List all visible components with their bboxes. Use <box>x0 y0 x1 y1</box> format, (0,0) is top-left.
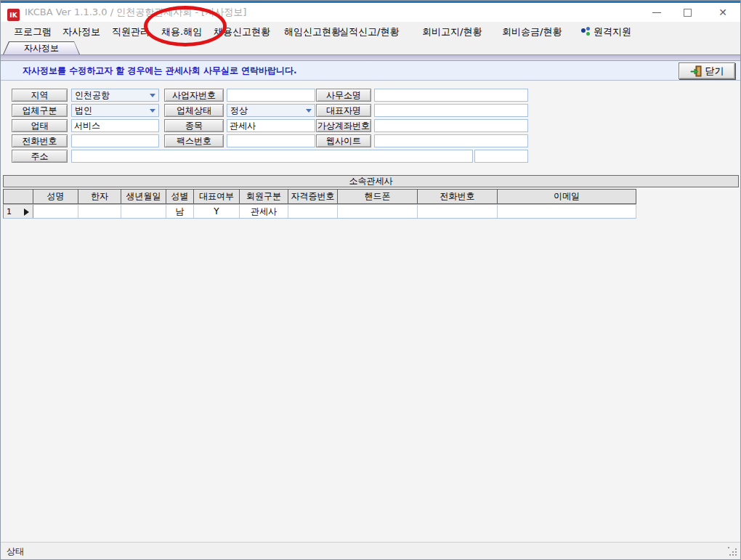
cell-phone[interactable] <box>418 205 498 218</box>
region-select[interactable]: 인천공항 <box>71 89 159 102</box>
cell-name[interactable] <box>33 205 78 218</box>
label-business-item: 종목 <box>164 119 224 132</box>
company-status-value: 정상 <box>230 105 248 115</box>
cell-mobile[interactable] <box>338 205 418 218</box>
menu-fee-remit[interactable]: 회비송금/현황 <box>502 22 562 41</box>
col-header-license-no: 자격증번호 <box>288 190 338 203</box>
col-header-hanja: 한자 <box>78 190 121 203</box>
close-icon: ✕ <box>718 7 727 17</box>
website-input[interactable] <box>374 134 528 147</box>
col-header-gender: 성별 <box>166 190 194 203</box>
cell-gender[interactable]: 남 <box>166 205 194 218</box>
menu-program[interactable]: 프로그램 <box>14 22 52 41</box>
minimize-icon <box>652 12 661 13</box>
business-category-input[interactable] <box>71 119 159 132</box>
notice-bar: 자사정보를 수정하고자 할 경우에는 관세사회 사무실로 연락바랍니다. 닫기 <box>1 60 740 81</box>
row-number: 1 <box>7 207 12 216</box>
tab-company-info-label: 자사정보 <box>4 42 79 54</box>
row-number-header <box>4 190 33 203</box>
table-header-row: 성명 한자 생년월일 성별 대표여부 회원구분 자격증번호 핸드폰 전화번호 이… <box>3 189 636 204</box>
menu-dismiss-report[interactable]: 해임신고현황 <box>284 22 341 41</box>
ceo-name-input[interactable] <box>374 104 528 117</box>
close-panel-label: 닫기 <box>705 65 724 78</box>
label-office-name: 사무소명 <box>316 89 371 102</box>
menu-remote-support[interactable]: 원격지원 <box>580 22 631 41</box>
region-value: 인천공항 <box>75 90 110 100</box>
phone-input[interactable] <box>71 134 159 147</box>
col-header-member-type: 회원구분 <box>240 190 288 203</box>
virtual-account-input[interactable] <box>374 119 528 132</box>
label-business-category: 업태 <box>12 119 68 132</box>
col-header-phone: 전화번호 <box>418 190 498 203</box>
label-company-status: 업체상태 <box>164 104 224 117</box>
row-pointer-icon <box>24 208 29 216</box>
label-fax: 팩스번호 <box>164 134 224 147</box>
status-text: 상태 <box>7 543 24 560</box>
menu-staff-management[interactable]: 직원관리 <box>112 22 150 41</box>
label-company-type: 업체구분 <box>12 104 68 117</box>
menu-hire-report[interactable]: 채용신고현황 <box>214 22 270 41</box>
label-address: 주소 <box>12 150 68 163</box>
col-header-is-ceo: 대표여부 <box>194 190 240 203</box>
fax-input[interactable] <box>227 134 315 147</box>
cell-email[interactable] <box>498 205 636 218</box>
col-header-mobile: 핸드폰 <box>338 190 418 203</box>
remote-support-icon <box>580 27 591 36</box>
menu-remote-support-label: 원격지원 <box>594 26 631 37</box>
cell-is-ceo[interactable]: Y <box>194 205 240 218</box>
status-bar: 상태 <box>1 542 740 559</box>
company-status-select[interactable]: 정상 <box>227 104 315 117</box>
minimize-button[interactable] <box>641 3 672 22</box>
company-type-select[interactable]: 법인 <box>71 104 159 117</box>
app-logo-icon: IK <box>7 9 20 21</box>
label-ceo-name: 대표자명 <box>316 104 371 117</box>
menu-fee-notice[interactable]: 회비고지/현황 <box>422 22 482 41</box>
section-header-members: 소속관세사 <box>3 175 739 187</box>
col-header-name: 성명 <box>33 190 78 203</box>
table-row: 1 남 Y 관세사 <box>3 204 636 219</box>
cell-birthdate[interactable] <box>121 205 166 218</box>
col-header-birthdate: 생년월일 <box>121 190 166 203</box>
menu-performance[interactable]: 실적신고/현황 <box>339 22 399 41</box>
close-window-button[interactable]: ✕ <box>708 3 738 22</box>
chevron-down-icon <box>150 94 155 97</box>
tab-strip-bar <box>1 54 740 60</box>
cell-member-type[interactable]: 관세사 <box>240 205 288 218</box>
address-input[interactable] <box>71 150 473 163</box>
cell-license-no[interactable] <box>288 205 338 218</box>
label-region: 지역 <box>12 89 68 102</box>
label-phone: 전화번호 <box>12 134 68 147</box>
menu-bar: 프로그램 자사정보 직원관리 채용.해임 채용신고현황 해임신고현황 실적신고/… <box>1 22 740 41</box>
menu-company-info[interactable]: 자사정보 <box>62 22 100 41</box>
business-item-input[interactable] <box>227 119 315 132</box>
row-header-cell[interactable]: 1 <box>4 205 33 218</box>
close-panel-button[interactable]: 닫기 <box>679 62 735 79</box>
tab-strip: 자사정보 <box>1 41 740 54</box>
label-virtual-account: 가상계좌번호 <box>316 119 371 132</box>
label-business-number: 사업자번호 <box>164 89 224 102</box>
office-name-input[interactable] <box>374 89 528 102</box>
menu-hire-dismiss[interactable]: 채용.해임 <box>161 22 202 41</box>
titlebar[interactable]: IK IKCBA Ver 1.1.3.0 / 인천공항관세사회 - [자사정보]… <box>1 3 740 22</box>
address-extra-input[interactable] <box>474 150 528 163</box>
resize-grip[interactable] <box>728 547 738 557</box>
company-type-value: 법인 <box>75 105 92 115</box>
app-window: IK IKCBA Ver 1.1.3.0 / 인천공항관세사회 - [자사정보]… <box>0 0 741 560</box>
label-website: 웹사이트 <box>316 134 371 147</box>
business-number-input[interactable] <box>227 89 315 102</box>
cell-hanja[interactable] <box>78 205 121 218</box>
chevron-down-icon <box>150 109 155 113</box>
col-header-email: 이메일 <box>498 190 636 203</box>
maximize-button[interactable] <box>672 3 702 22</box>
maximize-icon <box>684 9 692 17</box>
exit-door-icon <box>690 65 702 77</box>
tab-company-info[interactable]: 자사정보 <box>3 41 80 54</box>
notice-message: 자사정보를 수정하고자 할 경우에는 관세사회 사무실로 연락바랍니다. <box>23 61 297 80</box>
window-title: IKCBA Ver 1.1.3.0 / 인천공항관세사회 - [자사정보] <box>25 3 246 22</box>
chevron-down-icon <box>306 109 312 113</box>
